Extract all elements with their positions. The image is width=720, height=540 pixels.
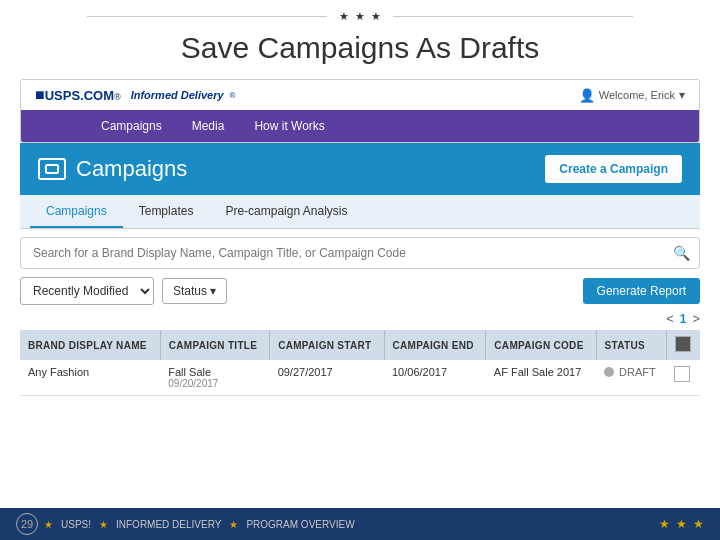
nav-how-it-works-link[interactable]: How it Works	[254, 119, 324, 133]
campaigns-icon	[38, 158, 66, 180]
tab-templates[interactable]: Templates	[123, 196, 210, 228]
campaigns-table: Brand Display Name Campaign Title Campai…	[20, 330, 700, 396]
campaigns-title-area: Campaigns	[38, 156, 187, 182]
campaigns-header: Campaigns Create a Campaign	[20, 143, 700, 195]
usps-logo-text: ■USPS.COM®	[35, 86, 121, 104]
tab-campaigns[interactable]: Campaigns	[30, 196, 123, 228]
cell-code: AF Fall Sale 2017	[486, 360, 596, 396]
cell-checkbox	[666, 360, 700, 396]
search-area: 🔍	[20, 237, 700, 269]
usps-top-row: ■USPS.COM® Informed Delivery ® 👤 Welcome…	[21, 80, 699, 110]
campaign-title-text: Fall Sale	[168, 366, 261, 378]
sort-select[interactable]: Recently Modified Oldest First A-Z	[20, 277, 154, 305]
footer-page-number: 29	[16, 513, 38, 535]
campaigns-icon-inner	[45, 164, 59, 174]
footer-star-3: ★	[229, 519, 238, 530]
cell-start: 09/27/2017	[270, 360, 384, 396]
footer-center-stars: ★ ★ ★	[659, 517, 704, 531]
row-checkbox[interactable]	[674, 366, 690, 382]
star-2: ★	[355, 10, 365, 23]
col-campaign-code: Campaign Code	[486, 330, 596, 360]
campaign-title-sub: 09/20/2017	[168, 378, 261, 389]
top-stars: ★ ★ ★	[327, 10, 393, 23]
select-all-checkbox[interactable]	[675, 336, 691, 352]
create-campaign-button[interactable]: Create a Campaign	[545, 155, 682, 183]
filter-row: Recently Modified Oldest First A-Z Statu…	[20, 277, 700, 305]
welcome-text: Welcome, Erick	[599, 89, 675, 101]
top-decoration: ★ ★ ★	[0, 0, 720, 27]
usps-informed-delivery: Informed Delivery	[131, 89, 224, 101]
footer-link-usps[interactable]: USPS!	[61, 519, 91, 530]
sub-tabs-bar: Campaigns Templates Pre-campaign Analysi…	[20, 195, 700, 229]
nav-campaigns-link[interactable]: Campaigns	[101, 119, 162, 133]
page-title: Save Campaigns As Drafts	[0, 31, 720, 65]
usps-nav-bar: Campaigns Media How it Works	[21, 110, 699, 142]
chevron-down-icon[interactable]: ▾	[679, 88, 685, 102]
top-line-right	[393, 16, 633, 17]
usps-logo: ■USPS.COM® Informed Delivery ®	[35, 86, 235, 104]
cell-title: Fall Sale 09/20/2017	[160, 360, 269, 396]
tab-pre-campaign[interactable]: Pre-campaign Analysis	[209, 196, 363, 228]
footer-center-star-3: ★	[693, 517, 704, 531]
star-1: ★	[339, 10, 349, 23]
footer-center-star-1: ★	[659, 517, 670, 531]
filter-left: Recently Modified Oldest First A-Z Statu…	[20, 277, 227, 305]
search-input[interactable]	[20, 237, 700, 269]
search-icon: 🔍	[673, 245, 690, 261]
current-page: 1	[680, 312, 687, 326]
col-campaign-start: Campaign Start	[270, 330, 384, 360]
footer-star-2: ★	[99, 519, 108, 530]
usps-nav-container: ■USPS.COM® Informed Delivery ® 👤 Welcome…	[20, 79, 700, 143]
col-campaign-end: Campaign End	[384, 330, 486, 360]
col-status: Status	[596, 330, 666, 360]
status-dot-icon	[604, 367, 614, 377]
footer-bar: 29 ★ USPS! ★ INFORMED DELIVERY ★ PROGRAM…	[0, 508, 720, 540]
prev-page-button[interactable]: <	[666, 311, 674, 326]
star-3: ★	[371, 10, 381, 23]
pagination-row: < 1 >	[20, 311, 700, 326]
status-filter-button[interactable]: Status ▾	[162, 278, 227, 304]
campaigns-heading: Campaigns	[76, 156, 187, 182]
next-page-button[interactable]: >	[692, 311, 700, 326]
cell-status: DRAFT	[596, 360, 666, 396]
usps-welcome: 👤 Welcome, Erick ▾	[579, 88, 685, 103]
col-campaign-title: Campaign Title	[160, 330, 269, 360]
col-brand-display-name: Brand Display Name	[20, 330, 160, 360]
top-line-left	[87, 16, 327, 17]
nav-media-link[interactable]: Media	[192, 119, 225, 133]
footer-left: 29 ★ USPS! ★ INFORMED DELIVERY ★ PROGRAM…	[16, 513, 355, 535]
status-label: DRAFT	[619, 366, 656, 378]
cell-end: 10/06/2017	[384, 360, 486, 396]
generate-report-button[interactable]: Generate Report	[583, 278, 700, 304]
footer-center-star-2: ★	[676, 517, 687, 531]
cell-brand: Any Fashion	[20, 360, 160, 396]
footer-star-1: ★	[44, 519, 53, 530]
footer-link-informed[interactable]: INFORMED DELIVERY	[116, 519, 221, 530]
col-checkbox-header	[666, 330, 700, 360]
footer-links: ★ USPS! ★ INFORMED DELIVERY ★ PROGRAM OV…	[44, 519, 355, 530]
table-row: Any Fashion Fall Sale 09/20/2017 09/27/2…	[20, 360, 700, 396]
footer-link-program[interactable]: PROGRAM OVERVIEW	[246, 519, 354, 530]
